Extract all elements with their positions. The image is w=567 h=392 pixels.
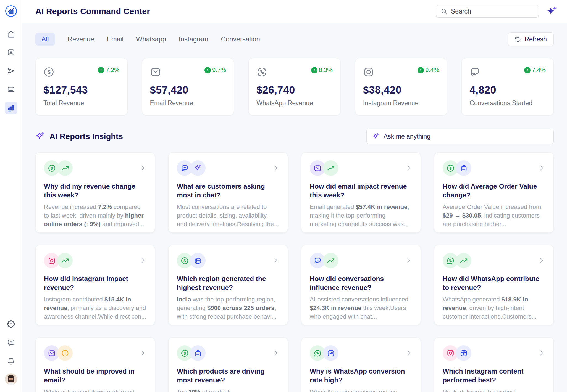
trend-up-icon bbox=[460, 257, 468, 265]
insight-title: Which products are driving most revenue? bbox=[177, 367, 279, 385]
stats-row: 7.2% $127,543 Total Revenue 9.7% $57,420… bbox=[35, 58, 554, 115]
chevron-right-icon[interactable] bbox=[538, 257, 545, 264]
stat-value: $38,420 bbox=[363, 84, 439, 96]
insight-card-whatsapp-conversion[interactable]: Why is WhatsApp conversion rate high? Wh… bbox=[301, 337, 421, 392]
stat-label: Email Revenue bbox=[150, 99, 226, 107]
tab-all[interactable]: All bbox=[35, 33, 55, 46]
insights-section-title: AI Reports Insights bbox=[49, 132, 123, 141]
ask-anything-input[interactable] bbox=[384, 133, 548, 140]
instagram-icon bbox=[363, 67, 374, 78]
insight-title: What are customers asking most in chat? bbox=[177, 182, 279, 200]
stat-value: 4,820 bbox=[469, 84, 546, 96]
chevron-right-icon[interactable] bbox=[405, 164, 412, 172]
sidebar-item-contacts[interactable] bbox=[5, 46, 17, 59]
instagram-icon bbox=[48, 257, 56, 265]
sidebar-bottom bbox=[5, 318, 17, 385]
home-icon bbox=[7, 30, 15, 38]
sidebar-item-settings[interactable] bbox=[5, 318, 17, 330]
refresh-button[interactable]: Refresh bbox=[508, 32, 554, 46]
chevron-right-icon[interactable] bbox=[139, 257, 146, 264]
insight-body: Most conversations are related to produc… bbox=[177, 203, 279, 228]
dollar-circle-icon bbox=[48, 164, 56, 172]
refresh-icon bbox=[515, 36, 521, 43]
sidebar-item-help[interactable] bbox=[5, 336, 17, 349]
sidebar-item-campaigns[interactable] bbox=[5, 65, 17, 77]
insight-body: Instagram contributed $15.4K in revenue,… bbox=[44, 295, 146, 321]
chat-bubble-icon bbox=[181, 164, 189, 172]
chevron-right-icon[interactable] bbox=[405, 349, 412, 357]
chevron-right-icon[interactable] bbox=[538, 349, 545, 357]
header: AI Reports Command Center bbox=[22, 0, 567, 23]
chat-bubble-icon bbox=[314, 257, 322, 265]
dollar-circle-icon bbox=[447, 164, 455, 172]
mail-icon bbox=[314, 164, 322, 172]
insight-title: Which Instagram content performed best? bbox=[443, 367, 545, 385]
shopping-bag-icon bbox=[194, 349, 202, 357]
ai-sparkles-icon[interactable] bbox=[547, 6, 558, 17]
insight-card-email-impact[interactable]: How did email impact revenue this week? … bbox=[301, 152, 421, 233]
app-logo-icon[interactable] bbox=[5, 5, 17, 17]
trend-up-icon bbox=[61, 257, 69, 265]
instagram-icon bbox=[447, 349, 455, 357]
search-input[interactable] bbox=[451, 8, 534, 15]
bar-chart-icon bbox=[7, 104, 15, 112]
chevron-right-icon[interactable] bbox=[272, 257, 279, 264]
insight-body: Email generated $57.4K in revenue, makin… bbox=[310, 203, 412, 228]
insight-card-top-region[interactable]: Which region generated the highest reven… bbox=[168, 245, 288, 325]
insight-card-chat-questions[interactable]: What are customers asking most in chat? … bbox=[168, 152, 288, 233]
user-avatar[interactable] bbox=[5, 373, 17, 385]
tab-conversation[interactable]: Conversation bbox=[221, 33, 260, 46]
ask-anything-box bbox=[366, 129, 554, 144]
stat-label: Total Revenue bbox=[43, 99, 120, 107]
chevron-right-icon[interactable] bbox=[538, 164, 545, 172]
stat-label: Instagram Revenue bbox=[363, 99, 439, 107]
stat-card-instagram-revenue: 9.4% $38,420 Instagram Revenue bbox=[355, 58, 447, 115]
insight-card-whatsapp-contribution[interactable]: How did WhatsApp contribute to revenue? … bbox=[434, 245, 554, 325]
dollar-circle-icon bbox=[43, 67, 54, 78]
chevron-right-icon[interactable] bbox=[139, 349, 146, 357]
refresh-label: Refresh bbox=[524, 36, 547, 43]
insight-title: How did Average Order Value change? bbox=[443, 182, 545, 200]
tab-email[interactable]: Email bbox=[107, 33, 124, 46]
content: All Revenue Email Whatsapp Instagram Con… bbox=[22, 23, 567, 392]
tab-whatsapp[interactable]: Whatsapp bbox=[136, 33, 166, 46]
insight-card-instagram-content[interactable]: Which Instagram content performed best? … bbox=[434, 337, 554, 392]
mail-icon bbox=[48, 349, 56, 357]
insight-card-email-improvement[interactable]: What should be improved in email? While … bbox=[35, 337, 155, 392]
whatsapp-icon bbox=[447, 257, 455, 265]
change-badge: 9.4% bbox=[418, 67, 439, 74]
stat-value: $57,420 bbox=[150, 84, 226, 96]
help-icon bbox=[7, 338, 15, 347]
sidebar-item-home[interactable] bbox=[5, 28, 17, 40]
bell-icon bbox=[7, 357, 15, 365]
insight-card-instagram-impact[interactable]: How did Instagram impact revenue? Instag… bbox=[35, 245, 155, 325]
chevron-right-icon[interactable] bbox=[272, 349, 279, 357]
chevron-right-icon[interactable] bbox=[405, 257, 412, 264]
contact-card-icon bbox=[7, 48, 15, 57]
gear-icon bbox=[7, 320, 15, 328]
insight-card-conversations-revenue[interactable]: How did conversations influence revenue?… bbox=[301, 245, 421, 325]
dollar-circle-icon bbox=[181, 257, 189, 265]
arrow-up-icon bbox=[99, 68, 103, 72]
tab-instagram[interactable]: Instagram bbox=[179, 33, 208, 46]
change-badge: 7.2% bbox=[98, 67, 119, 74]
search-box bbox=[436, 5, 539, 18]
sidebar-item-analytics[interactable] bbox=[5, 102, 17, 114]
tab-revenue[interactable]: Revenue bbox=[68, 33, 94, 46]
insight-card-revenue-change[interactable]: Why did my revenue change this week? Rev… bbox=[35, 152, 155, 233]
chat-bubble-icon bbox=[469, 67, 481, 78]
insight-title: How did email impact revenue this week? bbox=[310, 182, 412, 200]
insight-card-aov-change[interactable]: How did Average Order Value change? Aver… bbox=[434, 152, 554, 233]
chevron-right-icon[interactable] bbox=[139, 164, 146, 172]
sidebar-item-notifications[interactable] bbox=[5, 355, 17, 367]
arrow-up-icon bbox=[206, 68, 209, 72]
stat-card-email-revenue: 9.7% $57,420 Email Revenue bbox=[142, 58, 234, 115]
arrow-up-icon bbox=[419, 68, 422, 72]
chevron-right-icon[interactable] bbox=[272, 164, 279, 172]
insight-title: How did WhatsApp contribute to revenue? bbox=[443, 274, 545, 292]
sidebar-item-conversations[interactable] bbox=[5, 83, 17, 96]
ask-sparkle-icon bbox=[372, 133, 380, 140]
insight-body: While automated flows performed bbox=[44, 388, 146, 392]
insight-card-top-products[interactable]: Which products are driving most revenue?… bbox=[168, 337, 288, 392]
whatsapp-icon bbox=[256, 67, 267, 78]
